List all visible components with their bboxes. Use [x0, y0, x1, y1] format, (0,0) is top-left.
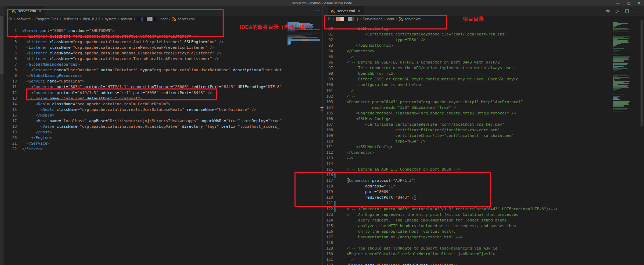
code-line[interactable]: 109 certificateChainFile="conf/localhost… — [323, 133, 612, 139]
code-line[interactable]: 96 <!-- Define an SSL/TLS HTTP/1.1 Conne… — [323, 60, 612, 65]
code-line[interactable]: 20 </Engine> — [4, 135, 285, 141]
code-line[interactable]: 117 <Connector protocol="AJP/1.3" — [323, 178, 612, 184]
line-number[interactable]: 93 — [323, 43, 333, 48]
breadcrumb-item[interactable]: j — [357, 17, 358, 21]
line-number[interactable]: 90 — [323, 26, 333, 32]
breadcrumb-item[interactable]: ServersIdea — [363, 17, 383, 21]
line-number[interactable]: 123 — [323, 212, 333, 218]
code-line[interactable]: 106 <SSLHostConfig> — [323, 116, 612, 122]
breadcrumb-item[interactable]: server.xml — [172, 17, 195, 21]
code-line[interactable]: 108 certificateFile="conf/localhost-rsa-… — [323, 127, 612, 133]
breadcrumb-item[interactable]: Program Files — [35, 17, 58, 21]
line-number[interactable]: 116 — [323, 172, 333, 178]
line-number[interactable]: 91 — [323, 32, 333, 37]
line-number[interactable]: 20 — [4, 135, 17, 141]
line-number[interactable]: 100 — [323, 82, 333, 88]
line-number[interactable]: 130 — [323, 251, 333, 257]
line-number[interactable]: 4 — [4, 45, 17, 51]
line-number[interactable]: 99 — [323, 77, 333, 82]
line-number[interactable]: 97 — [323, 65, 333, 71]
breadcrumb-item-censored[interactable] — [137, 17, 156, 21]
line-number[interactable]: 1 — [4, 28, 17, 34]
editor-left[interactable]: 1<Server port="8005" shutdown="SHUTDOWN"… — [4, 22, 323, 265]
code-line[interactable]: 131 --> — [323, 257, 612, 263]
line-number[interactable]: 112 — [323, 150, 333, 155]
code-line[interactable]: 17 <Host name="localhost" appBase="D:\ir… — [4, 118, 285, 124]
code-line[interactable]: 101 --> — [323, 88, 612, 94]
line-number[interactable]: 119 — [323, 189, 333, 195]
breadcrumb-item[interactable]: system — [105, 17, 116, 21]
code-line[interactable]: 129 <!-- You should set jvmRoute to supp… — [323, 246, 612, 251]
breadcrumb-item[interactable]: tomcat — [121, 17, 133, 21]
line-number[interactable]: 3 — [4, 39, 17, 45]
code-line[interactable]: 5 <Listener className="org.apache.catali… — [4, 51, 285, 56]
line-number[interactable]: 102 — [323, 94, 333, 99]
line-number[interactable]: 22 — [4, 146, 17, 152]
code-line[interactable]: 21 </Service> — [4, 141, 285, 146]
more-actions-icon[interactable]: ··· — [314, 8, 320, 13]
line-number[interactable]: 104 — [323, 105, 333, 111]
minimap-right[interactable] — [612, 22, 632, 112]
line-number[interactable]: 114 — [323, 161, 333, 167]
code-line[interactable]: 118 address="::1" — [323, 184, 612, 189]
breadcrumb-item[interactable]: JetBrains — [63, 17, 79, 21]
line-number[interactable]: 110 — [323, 139, 333, 144]
line-number[interactable]: 14 — [4, 101, 17, 107]
code-line[interactable]: 98 OpenSSL for TLS. — [323, 71, 612, 77]
code-line[interactable]: 15 <Realm className="org.apache.catalina… — [4, 107, 285, 113]
code-line[interactable]: 130 <Engine name="Catalina" defaultHost=… — [323, 251, 612, 257]
breadcrumb-item[interactable]: conf — [161, 17, 168, 21]
code-line[interactable]: 121 — [323, 200, 612, 206]
line-number[interactable]: 108 — [323, 127, 333, 133]
tab-close-icon[interactable]: × — [358, 9, 360, 13]
open-changes-icon[interactable]: ⇆ — [606, 8, 610, 13]
breadcrumb-item[interactable]: software — [17, 17, 31, 21]
code-line[interactable]: 9 </GlobalNamingResources> — [4, 73, 285, 79]
line-number[interactable]: 122 — [323, 206, 333, 212]
line-number[interactable]: 9 — [4, 73, 17, 79]
code-line[interactable]: 10 <Service name="Catalina"> — [4, 79, 285, 84]
code-line[interactable]: 19 </Host> — [4, 130, 285, 135]
code-line[interactable]: 103 <Connector port="8443" protocol="org… — [323, 99, 612, 105]
line-number[interactable]: 105 — [323, 111, 333, 116]
breadcrumb-item[interactable]: D: — [8, 17, 12, 21]
code-line[interactable]: 122 <!-- <Connector port="8009" protocol… — [323, 206, 612, 212]
code-line[interactable]: 114 — [323, 161, 612, 167]
minimize-icon[interactable]: — — [616, 1, 619, 5]
code-line[interactable]: 102 <!-- — [323, 94, 612, 99]
code-line[interactable]: 90 <SSLHostConfig> — [323, 26, 612, 32]
code-line[interactable]: 132 <Engine name="Catalina" defaultHost=… — [323, 263, 612, 265]
code-line[interactable]: 13 <Engine name="Catalina" defaultHost="… — [4, 96, 285, 101]
line-number[interactable]: 8 — [4, 67, 17, 73]
line-number[interactable]: 21 — [4, 141, 17, 146]
code-line[interactable]: 14 <Realm className="org.apache.catalina… — [4, 101, 285, 107]
line-number[interactable]: 127 — [323, 234, 333, 240]
line-number[interactable]: 103 — [323, 99, 333, 105]
code-line[interactable]: 125 analyzes the HTTP headers included w… — [323, 223, 612, 229]
line-number[interactable]: 126 — [323, 229, 333, 234]
line-number[interactable]: 16 — [4, 113, 17, 118]
code-line[interactable]: 116 — [323, 172, 612, 178]
line-number[interactable]: 118 — [323, 184, 333, 189]
line-number[interactable]: 95 — [323, 54, 333, 60]
line-number[interactable]: 121 — [323, 200, 333, 206]
code-line[interactable]: 110 type="RSA" /> — [323, 139, 612, 144]
code-line[interactable]: 3 <Listener className="org.apache.catali… — [4, 39, 285, 45]
line-number[interactable]: 125 — [323, 223, 333, 229]
breadcrumb-item[interactable]: server.xml — [399, 17, 421, 21]
code-line[interactable]: 95 --> — [323, 54, 612, 60]
code-line[interactable]: 6 <Listener className="org.apache.catali… — [4, 56, 285, 62]
line-number[interactable]: 92 — [323, 37, 333, 43]
split-editor-icon[interactable]: ◫ — [625, 8, 629, 13]
vertical-scrollbar[interactable] — [640, 20, 643, 126]
line-number[interactable]: 11 — [4, 84, 17, 90]
line-number[interactable]: 5 — [4, 51, 17, 56]
line-number[interactable]: 132 — [323, 263, 333, 265]
run-icon[interactable]: ▷ — [616, 8, 619, 13]
line-number[interactable]: 115 — [323, 167, 333, 172]
code-line[interactable]: 8 <Resource name="UserDatabase" auth="Co… — [4, 67, 285, 73]
line-number[interactable]: 120 — [323, 195, 333, 200]
line-number[interactable]: 94 — [323, 48, 333, 54]
code-line[interactable]: 104 maxThreads="150" SSLEnabled="true" > — [323, 105, 612, 111]
code-line[interactable]: 16 </Realm> — [4, 113, 285, 118]
